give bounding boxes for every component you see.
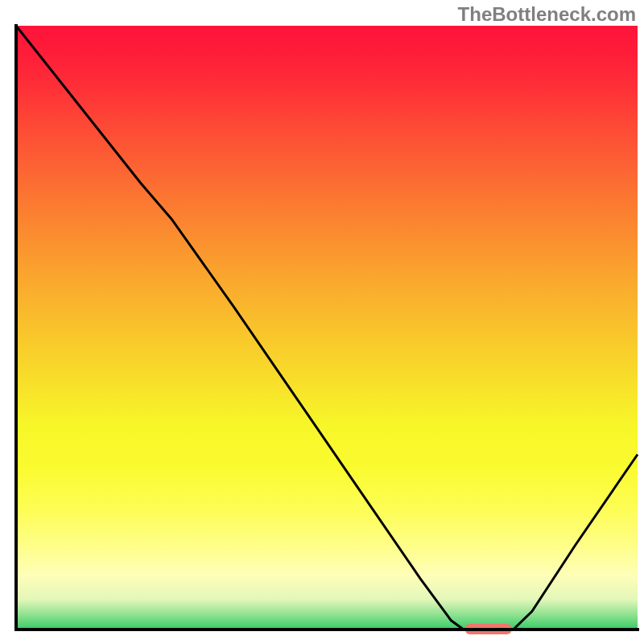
chart-svg xyxy=(0,0,644,644)
watermark-text: TheBottleneck.com xyxy=(458,3,636,26)
bottleneck-chart: TheBottleneck.com xyxy=(0,0,644,644)
chart-background xyxy=(16,26,638,630)
